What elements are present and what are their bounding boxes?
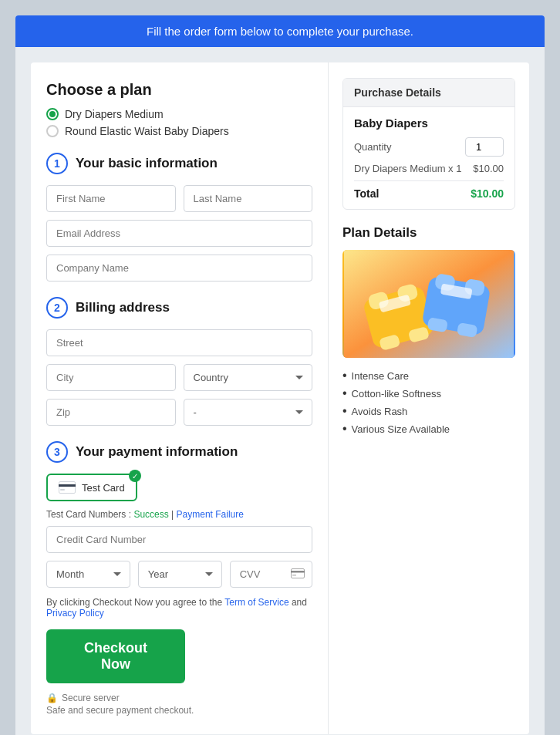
terms-text: By clicking Checkout Now you agree to th… [46, 597, 312, 619]
item-price-row: Dry Diapers Medium x 1 $10.00 [354, 163, 504, 174]
section-2-header: 2 Billing address [46, 297, 312, 319]
total-row: Total $10.00 [354, 180, 504, 200]
section-1-header: 1 Your basic information [46, 153, 312, 174]
purchase-details-body: Baby Diapers Quantity Dry Diapers Medium… [343, 107, 514, 209]
cvv-card-icon [291, 568, 305, 581]
feature-2: Avoids Rash [342, 404, 515, 418]
quantity-input[interactable] [465, 137, 504, 157]
choose-plan-title: Choose a plan [46, 81, 312, 99]
left-column: Choose a plan Dry Diapers Medium Round E… [31, 62, 329, 734]
secure-info: 🔒 Secure server Safe and secure payment … [46, 693, 312, 716]
svg-rect-2 [60, 489, 65, 491]
section-3-title: Your payment information [76, 444, 238, 460]
section-2-title: Billing address [76, 300, 170, 315]
pipe-separator: | [171, 509, 174, 520]
section-1-title: Your basic information [76, 156, 218, 171]
first-name-input[interactable] [46, 185, 176, 212]
feature-0: Intense Care [342, 369, 515, 383]
svg-rect-4 [291, 571, 305, 573]
lock-icon: 🔒 [46, 693, 58, 703]
main-content: Choose a plan Dry Diapers Medium Round E… [31, 62, 529, 734]
svg-rect-3 [292, 568, 305, 578]
radio-round-elastic[interactable] [46, 125, 59, 137]
plan-option-round-elastic[interactable]: Round Elastic Waist Baby Diapers [46, 125, 312, 137]
radio-dry-medium[interactable] [46, 108, 59, 120]
test-card-option[interactable]: Test Card ✓ [46, 474, 137, 501]
failure-link[interactable]: Payment Failure [177, 509, 244, 520]
item-label: Dry Diapers Medium x 1 [354, 163, 461, 174]
test-card-links: Test Card Numbers : Success | Payment Fa… [46, 509, 312, 520]
purchase-details-box: Purchase Details Baby Diapers Quantity D… [342, 78, 515, 210]
section-1-number: 1 [46, 153, 68, 174]
section-3-number: 3 [46, 441, 68, 463]
svg-rect-0 [59, 482, 76, 494]
feature-3: Various Size Available [342, 422, 515, 436]
success-link[interactable]: Success [133, 509, 168, 520]
plan-label-dry-medium: Dry Diapers Medium [65, 108, 164, 120]
zip-input[interactable] [46, 399, 176, 426]
test-card-label: Test Card [82, 482, 125, 494]
test-card-label-text: Test Card Numbers : [46, 509, 131, 520]
quantity-label: Quantity [354, 141, 391, 153]
tos-link[interactable]: Term of Service [224, 597, 288, 608]
diapers-image [342, 250, 515, 358]
secure-line-1: 🔒 Secure server [46, 693, 312, 703]
section-3-header: 3 Your payment information [46, 441, 312, 463]
email-row [46, 220, 312, 247]
quantity-row: Quantity [354, 137, 504, 157]
section-2-number: 2 [46, 297, 68, 319]
card-selected-check: ✓ [129, 470, 141, 482]
plan-features: Intense Care Cotton-like Softness Avoids… [342, 369, 515, 436]
last-name-input[interactable] [184, 185, 313, 212]
cvv-wrapper [230, 561, 312, 588]
city-country-row: Country [46, 364, 312, 391]
item-price: $10.00 [473, 163, 504, 174]
checkout-button[interactable]: Checkout Now [46, 629, 185, 683]
zip-state-row: - [46, 399, 312, 426]
banner-text: Fill the order form below to complete yo… [147, 25, 413, 38]
product-name: Baby Diapers [354, 116, 504, 130]
plan-details-title: Plan Details [342, 225, 515, 241]
svg-rect-5 [292, 575, 296, 576]
name-row [46, 185, 312, 212]
company-row [46, 255, 312, 282]
cc-number-input[interactable] [46, 526, 312, 553]
svg-rect-1 [59, 484, 76, 487]
feature-1: Cotton-like Softness [342, 386, 515, 400]
street-input[interactable] [46, 329, 312, 356]
page-wrapper: Fill the order form below to complete yo… [15, 15, 545, 735]
top-banner: Fill the order form below to complete yo… [15, 15, 545, 47]
cc-number-row [46, 526, 312, 553]
credit-card-icon [59, 481, 76, 494]
plan-option-dry-medium[interactable]: Dry Diapers Medium [46, 108, 312, 120]
state-select[interactable]: - [184, 399, 313, 426]
purchase-details-header: Purchase Details [343, 79, 514, 107]
secure-line-2: Safe and secure payment checkout. [46, 705, 312, 716]
year-select[interactable]: Year [138, 561, 222, 588]
right-column: Purchase Details Baby Diapers Quantity D… [329, 62, 529, 734]
privacy-link[interactable]: Privacy Policy [46, 608, 104, 619]
company-input[interactable] [46, 255, 312, 282]
total-price: $10.00 [471, 187, 504, 200]
country-select[interactable]: Country [184, 364, 313, 391]
street-row [46, 329, 312, 356]
plan-label-round-elastic: Round Elastic Waist Baby Diapers [65, 125, 229, 137]
total-label: Total [354, 187, 379, 200]
city-input[interactable] [46, 364, 176, 391]
payment-card-selector: Test Card ✓ [46, 474, 312, 501]
expiry-cvv-row: Month Year [46, 561, 312, 588]
month-select[interactable]: Month [46, 561, 130, 588]
email-input[interactable] [46, 220, 312, 247]
